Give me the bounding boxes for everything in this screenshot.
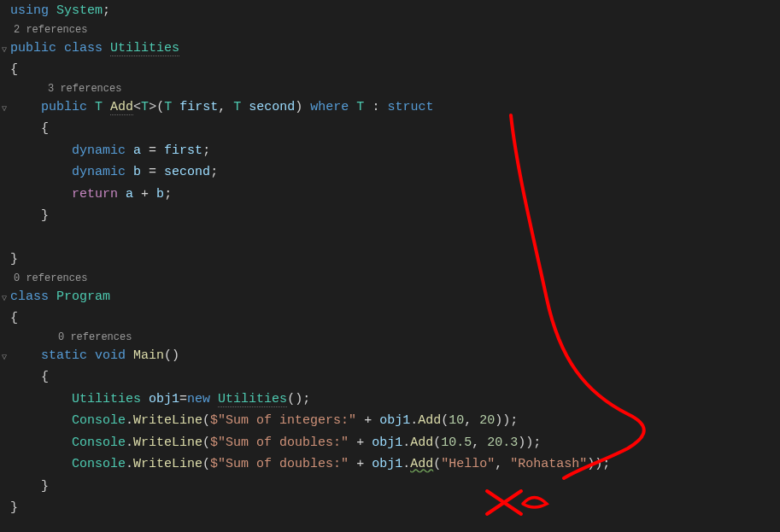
semicolon: ; bbox=[602, 457, 610, 471]
code-line[interactable]: { bbox=[10, 307, 780, 330]
paren-open: ( bbox=[156, 100, 164, 114]
comma: , bbox=[472, 436, 487, 450]
code-line[interactable]: dynamic a = first; bbox=[10, 140, 780, 162]
brace-close: } bbox=[41, 479, 49, 494]
variable: second bbox=[164, 165, 210, 179]
variable: a bbox=[126, 187, 133, 202]
type-param: T bbox=[233, 100, 241, 114]
code-line[interactable]: ▽public class Utilities bbox=[10, 38, 780, 60]
keyword-new: new bbox=[187, 392, 210, 406]
method: WriteLine bbox=[133, 457, 202, 471]
type-param: T bbox=[141, 100, 149, 114]
codelens-references[interactable]: 2 references bbox=[10, 22, 780, 38]
equals: = bbox=[179, 392, 187, 406]
code-line[interactable]: dynamic b = second; bbox=[10, 161, 780, 184]
brace-open: { bbox=[41, 121, 49, 136]
codelens-references[interactable]: 3 references bbox=[10, 81, 780, 96]
keyword-struct: struct bbox=[387, 100, 433, 114]
paren-open: ( bbox=[202, 457, 210, 471]
code-line[interactable]: } bbox=[10, 497, 780, 519]
string: "Rohatash" bbox=[510, 457, 587, 471]
parens: () bbox=[164, 348, 179, 363]
code-line[interactable]: using System; bbox=[10, 0, 780, 22]
comma: , bbox=[464, 413, 479, 428]
variable: a bbox=[133, 143, 141, 158]
dot: . bbox=[410, 413, 418, 428]
paren-open: ( bbox=[441, 413, 449, 428]
brace-open: { bbox=[10, 62, 18, 77]
code-line[interactable]: Console.WriteLine($"Sum of doubles:" + o… bbox=[10, 453, 780, 476]
type-system: System bbox=[56, 3, 103, 18]
type-param: T bbox=[95, 100, 103, 114]
code-line[interactable]: { bbox=[10, 59, 780, 81]
keyword-static: static bbox=[41, 348, 87, 363]
code-line[interactable]: } bbox=[10, 205, 780, 227]
class-name: Utilities bbox=[110, 41, 179, 56]
semicolon: ; bbox=[164, 187, 172, 202]
codelens-references[interactable]: 0 references bbox=[10, 271, 780, 286]
code-line[interactable]: ▽ public T Add<T>(T first, T second) whe… bbox=[10, 96, 780, 119]
collapse-icon[interactable]: ▽ bbox=[2, 43, 7, 57]
paren-close: ) bbox=[495, 413, 502, 428]
interp: $ bbox=[210, 436, 218, 450]
number: 10.5 bbox=[441, 436, 472, 450]
method-error: Add bbox=[410, 457, 433, 471]
keyword-class: class bbox=[10, 289, 49, 304]
paren-open: ( bbox=[433, 436, 441, 450]
variable: obj1 bbox=[372, 457, 402, 471]
code-line[interactable]: Utilities obj1=new Utilities(); bbox=[10, 389, 780, 411]
keyword-using: using bbox=[10, 3, 49, 18]
codelens-references[interactable]: 0 references bbox=[10, 330, 780, 345]
keyword-dynamic: dynamic bbox=[72, 165, 126, 179]
angle-close: > bbox=[149, 100, 156, 114]
paren-close: ) bbox=[502, 413, 510, 428]
collapse-icon[interactable]: ▽ bbox=[2, 291, 7, 306]
param: first bbox=[179, 100, 218, 114]
interp: $ bbox=[210, 457, 218, 471]
dot: . bbox=[126, 457, 133, 471]
type: Utilities bbox=[72, 392, 141, 406]
type: Console bbox=[72, 413, 126, 428]
paren-close: ) bbox=[587, 457, 595, 471]
keyword-public: public bbox=[41, 100, 87, 114]
number: 20 bbox=[479, 413, 495, 428]
semicolon: ; bbox=[210, 165, 218, 179]
class-name: Program bbox=[56, 289, 110, 304]
brace-close: } bbox=[41, 208, 49, 223]
code-editor[interactable]: using System; 2 references ▽public class… bbox=[10, 0, 780, 519]
type-param: T bbox=[164, 100, 172, 114]
code-line[interactable]: ▽ static void Main() bbox=[10, 345, 780, 367]
type: Console bbox=[72, 436, 126, 450]
dot: . bbox=[402, 436, 410, 450]
variable: obj1 bbox=[379, 413, 410, 428]
colon: : bbox=[372, 100, 379, 114]
paren-close: ) bbox=[595, 457, 602, 471]
collapse-icon[interactable]: ▽ bbox=[2, 350, 7, 365]
paren-open: ( bbox=[202, 413, 210, 428]
variable: first bbox=[164, 143, 202, 158]
plus: + bbox=[356, 413, 379, 428]
code-line[interactable]: return a + b; bbox=[10, 184, 780, 206]
code-line[interactable]: Console.WriteLine($"Sum of doubles:" + o… bbox=[10, 432, 780, 454]
code-line[interactable]: Console.WriteLine($"Sum of integers:" + … bbox=[10, 410, 780, 432]
dot: . bbox=[402, 457, 410, 471]
code-line[interactable]: { bbox=[10, 366, 780, 389]
semicolon: ; bbox=[533, 436, 541, 450]
code-line[interactable] bbox=[10, 227, 780, 249]
collapse-icon[interactable]: ▽ bbox=[2, 102, 7, 116]
variable: b bbox=[156, 187, 164, 202]
method: Add bbox=[418, 413, 441, 428]
code-line[interactable]: ▽class Program bbox=[10, 286, 780, 308]
brace-close: } bbox=[10, 500, 18, 515]
paren-close: ) bbox=[295, 100, 302, 114]
type-param: T bbox=[356, 100, 364, 114]
angle-open: < bbox=[133, 100, 141, 114]
type: Utilities bbox=[218, 392, 287, 407]
type: Console bbox=[72, 457, 126, 471]
variable: b bbox=[133, 165, 141, 179]
code-line[interactable]: { bbox=[10, 118, 780, 140]
semicolon: ; bbox=[202, 143, 210, 158]
code-line[interactable]: } bbox=[10, 248, 780, 271]
number: 20.3 bbox=[487, 436, 518, 450]
code-line[interactable]: } bbox=[10, 476, 780, 498]
